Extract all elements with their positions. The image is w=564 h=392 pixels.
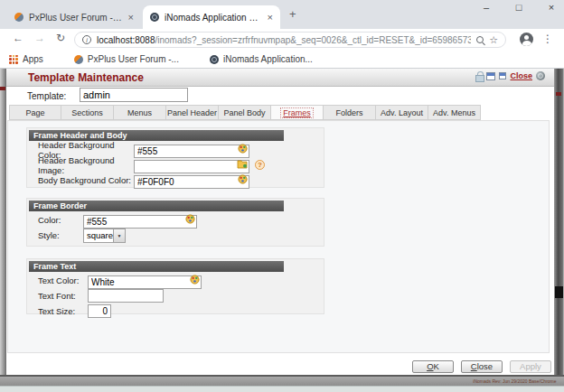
maximize-icon[interactable]: □ <box>513 2 524 13</box>
browser-window: PxPlus User Forum - Index × iNomads Appl… <box>0 0 564 392</box>
field-label: Body Background Color: <box>38 175 134 185</box>
search-icon[interactable] <box>476 36 484 43</box>
apply-button: Apply <box>510 360 551 373</box>
frame-titlebar: Template Maintenance Close <box>6 69 554 87</box>
back-icon[interactable]: ← <box>13 32 24 44</box>
section-title: Frame Border <box>29 201 284 211</box>
text-size-input[interactable] <box>88 304 111 318</box>
tab-menus[interactable]: Menus <box>114 105 166 120</box>
section-title: Frame Text <box>29 261 284 272</box>
page-info-icon[interactable]: i <box>82 35 91 44</box>
field-label: Text Font: <box>38 291 88 301</box>
globe-favicon-icon <box>210 55 219 64</box>
frame-resize-handle[interactable] <box>555 286 563 298</box>
forward-icon[interactable]: → <box>34 32 45 44</box>
tab-title: iNomads Application Launchpad <box>164 13 262 23</box>
tab-page[interactable]: Page <box>9 105 61 120</box>
border-style-select[interactable]: square ▼ <box>83 229 126 243</box>
menu-dots-icon[interactable]: ⋮ <box>542 33 553 45</box>
frame-border-right <box>554 69 564 386</box>
reload-icon[interactable]: ↻ <box>56 32 65 44</box>
window-bottom-strip <box>0 386 564 392</box>
field-row: Text Color: <box>27 274 324 287</box>
field-label: Text Size: <box>38 306 88 316</box>
field-row: Style: square ▼ <box>27 229 324 242</box>
tab-folders[interactable]: Folders <box>324 105 376 120</box>
color-palette-icon[interactable] <box>185 214 195 224</box>
address-bar[interactable]: i localhost:8088/inomads?_session=zrfrfn… <box>74 32 506 48</box>
window-controls: – □ × <box>481 2 557 13</box>
version-text: iNomads Rev: Jun 29/2020 Base/Chrome <box>474 378 557 384</box>
ok-button[interactable]: OK <box>412 360 454 373</box>
frame-notch <box>0 87 5 90</box>
profile-avatar[interactable] <box>520 33 533 46</box>
browser-tabstrip: PxPlus User Forum - Index × iNomads Appl… <box>0 0 564 29</box>
section-frame-text: Frame Text Text Color: Text Font: Text <box>26 258 324 314</box>
tab-close-icon[interactable]: × <box>128 13 134 23</box>
bookmark-pxplus[interactable]: PxPlus User Forum -... <box>74 54 179 64</box>
header-background-image-input[interactable] <box>134 160 249 173</box>
field-row: Text Font: <box>27 289 324 303</box>
tab-panel-body[interactable]: Panel Body <box>219 105 271 120</box>
section-frame-border: Frame Border Color: Style: square ▼ <box>26 198 324 247</box>
template-input[interactable] <box>80 88 188 102</box>
tab-close-icon[interactable]: × <box>268 13 273 23</box>
help-icon[interactable]: ? <box>255 160 265 170</box>
apps-grid-icon <box>9 55 18 64</box>
dialog-buttons: OK Close Apply <box>412 360 551 373</box>
tab-adv-menus[interactable]: Adv. Menus <box>428 105 481 120</box>
text-font-input[interactable] <box>88 289 164 303</box>
browser-tab-pxplus[interactable]: PxPlus User Forum - Index × <box>7 5 141 29</box>
field-label: Header Background Image: <box>38 155 134 175</box>
border-color-input[interactable] <box>83 215 197 229</box>
template-label: Template: <box>27 91 66 101</box>
frame-footer: iNomads Rev: Jun 29/2020 Base/Chrome <box>0 375 564 386</box>
popup-window-icon[interactable] <box>499 72 506 79</box>
minimize-icon[interactable]: – <box>481 2 492 13</box>
bookmark-label: PxPlus User Forum -... <box>88 54 179 64</box>
frame-titlebar-icons: Close <box>475 71 545 80</box>
chevron-down-icon[interactable]: ▼ <box>113 229 125 242</box>
color-palette-icon[interactable] <box>190 275 200 285</box>
field-row: Body Background Color: <box>27 173 324 187</box>
new-tab-button[interactable]: + <box>289 7 296 21</box>
restore-window-icon[interactable] <box>486 72 495 80</box>
folder-browse-icon[interactable] <box>237 159 248 169</box>
close-button[interactable]: Close <box>461 360 503 373</box>
bookmark-label: iNomads Application... <box>223 54 313 64</box>
close-window-icon[interactable]: × <box>546 2 557 13</box>
field-label: Style: <box>38 230 83 240</box>
bookmark-star-icon[interactable]: ☆ <box>489 34 498 46</box>
bookmark-inomads[interactable]: iNomads Application... <box>210 54 313 64</box>
field-row: Text Size: <box>27 304 324 318</box>
browser-toolbar: ← → ↻ i localhost:8088/inomads?_session=… <box>0 29 564 51</box>
field-row: Header Background Image: ? <box>27 158 324 172</box>
apps-shortcut[interactable]: Apps <box>9 54 43 64</box>
url-rest: /inomads?_session=zrfrfnuvmpap&_seq=0026… <box>155 35 472 45</box>
pxplus-favicon-icon <box>74 55 83 64</box>
inomads-favicon-icon <box>150 13 159 22</box>
apps-label: Apps <box>23 54 43 64</box>
page-area: Template Maintenance Close Template: Pag… <box>0 69 564 392</box>
browser-tab-inomads[interactable]: iNomads Application Launchpad × <box>143 5 280 29</box>
frame-close-link[interactable]: Close <box>510 71 532 80</box>
selected-option: square <box>84 230 113 240</box>
header-background-color-input[interactable] <box>134 145 249 158</box>
body-background-color-input[interactable] <box>134 175 249 189</box>
lock-icon[interactable] <box>475 71 483 80</box>
field-label: Text Color: <box>38 275 88 285</box>
page-title: Template Maintenance <box>28 71 144 84</box>
frames-tab-panel: Frame Header and Body Header Background … <box>7 120 550 353</box>
tab-sections[interactable]: Sections <box>61 105 114 120</box>
tab-frames[interactable]: Frames <box>271 105 324 120</box>
color-palette-icon[interactable] <box>238 174 248 184</box>
color-palette-icon[interactable] <box>238 144 248 154</box>
url-text: localhost:8088/inomads?_session=zrfrfnuv… <box>97 35 471 45</box>
tab-panel-header[interactable]: Panel Header <box>166 105 219 120</box>
field-row: Color: <box>27 213 324 227</box>
tab-adv-layout[interactable]: Adv. Layout <box>376 105 428 120</box>
maintenance-tabs: Page Sections Menus Panel Header Panel B… <box>9 105 481 120</box>
globe-icon[interactable] <box>536 71 545 80</box>
text-color-input[interactable] <box>88 275 202 289</box>
field-label: Color: <box>38 215 83 225</box>
